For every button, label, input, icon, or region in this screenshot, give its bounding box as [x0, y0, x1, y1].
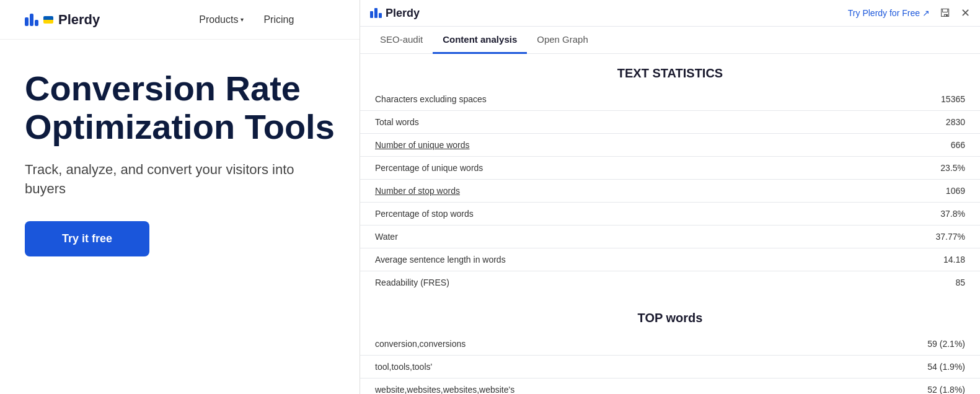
- word-label: website,websites,websites,website's: [360, 379, 794, 395]
- stat-value: 37.8%: [794, 203, 980, 225]
- table-row: Percentage of unique words 23.5%: [360, 157, 980, 180]
- table-row: Water 37.77%: [360, 225, 980, 248]
- ukraine-flag: [43, 16, 53, 24]
- stat-label: Readability (FRES): [360, 271, 794, 294]
- stat-value: 2830: [794, 111, 980, 134]
- logo-text: Plerdy: [58, 12, 100, 28]
- ext-bar-1: [370, 11, 373, 18]
- stat-value: 37.77%: [794, 225, 980, 248]
- logo-bar-3: [35, 20, 38, 26]
- phone-icon-button[interactable]: 🖫: [940, 7, 951, 20]
- extension-panel: Plerdy Try Plerdy for Free ↗ 🖫 ✕ SEO-aud…: [360, 0, 980, 394]
- try-it-free-button[interactable]: Try it free: [25, 221, 149, 256]
- logo-icon: [25, 14, 38, 26]
- ext-logo-text: Plerdy: [386, 7, 420, 20]
- word-value: 52 (1.8%): [794, 379, 980, 395]
- stat-value: 666: [794, 134, 980, 157]
- stat-label: Percentage of stop words: [360, 203, 794, 225]
- extension-tabs: SEO-audit Content analysis Open Graph: [360, 27, 980, 54]
- tab-seo-audit[interactable]: SEO-audit: [370, 27, 433, 54]
- stat-label: Percentage of unique words: [360, 157, 794, 180]
- stat-value: 23.5%: [794, 157, 980, 180]
- word-label: conversion,conversions: [360, 333, 794, 356]
- chevron-down-icon: ▾: [241, 16, 244, 23]
- nav-pricing[interactable]: Pricing: [263, 14, 294, 25]
- hero-subheading: Track, analyze, and convert your visitor…: [25, 160, 335, 199]
- stat-label: Water: [360, 225, 794, 248]
- table-row: conversion,conversions 59 (2.1%): [360, 333, 980, 356]
- ext-bar-2: [374, 8, 377, 18]
- top-words-section: TOP words conversion,conversions 59 (2.1…: [360, 299, 980, 394]
- word-value: 59 (2.1%): [794, 333, 980, 356]
- logo-bar-2: [30, 14, 33, 26]
- text-statistics-title: TEXT STATISTICS: [360, 54, 980, 88]
- stat-value: 85: [794, 271, 980, 294]
- ext-logo-icon: [370, 8, 382, 18]
- try-plerdy-link[interactable]: Try Plerdy for Free ↗: [848, 8, 930, 18]
- stat-value: 1069: [794, 180, 980, 203]
- logo[interactable]: Plerdy: [25, 12, 100, 28]
- close-button[interactable]: ✕: [961, 6, 970, 20]
- table-row: Percentage of stop words 37.8%: [360, 203, 980, 225]
- text-statistics-section: TEXT STATISTICS Characters excluding spa…: [360, 54, 980, 294]
- hero-heading: Conversion Rate Optimization Tools: [25, 69, 335, 146]
- extension-header: Plerdy Try Plerdy for Free ↗ 🖫 ✕: [360, 0, 980, 27]
- table-row: Average sentence length in words 14.18: [360, 248, 980, 271]
- table-row: Readability (FRES) 85: [360, 271, 980, 294]
- stat-label: Number of stop words: [360, 180, 794, 203]
- hero-section: Conversion Rate Optimization Tools Track…: [0, 40, 360, 256]
- table-row: Total words 2830: [360, 111, 980, 134]
- table-row: tool,tools,tools' 54 (1.9%): [360, 356, 980, 379]
- logo-bar-1: [25, 17, 29, 26]
- stat-label: Average sentence length in words: [360, 248, 794, 271]
- table-row: Number of unique words 666: [360, 134, 980, 157]
- top-words-title: TOP words: [360, 299, 980, 333]
- nav-products[interactable]: Products ▾: [199, 14, 244, 25]
- stat-value: 15365: [794, 88, 980, 111]
- ext-bar-3: [379, 13, 382, 18]
- nav-links: Products ▾ Pricing: [199, 14, 294, 25]
- extension-content[interactable]: TEXT STATISTICS Characters excluding spa…: [360, 54, 980, 394]
- ext-header-actions: Try Plerdy for Free ↗ 🖫 ✕: [848, 6, 970, 20]
- extension-logo: Plerdy: [370, 7, 420, 20]
- external-link-icon: ↗: [922, 8, 930, 18]
- table-row: Characters excluding spaces 15365: [360, 88, 980, 111]
- table-row: website,websites,websites,website's 52 (…: [360, 379, 980, 395]
- stat-label: Number of unique words: [360, 134, 794, 157]
- word-label: tool,tools,tools': [360, 356, 794, 379]
- stat-label: Total words: [360, 111, 794, 134]
- phone-icon: 🖫: [940, 7, 951, 19]
- navigation: Plerdy Products ▾ Pricing: [0, 0, 360, 40]
- word-value: 54 (1.9%): [794, 356, 980, 379]
- website-section: Plerdy Products ▾ Pricing Conversion Rat…: [0, 0, 360, 394]
- table-row: Number of stop words 1069: [360, 180, 980, 203]
- top-words-table: conversion,conversions 59 (2.1%) tool,to…: [360, 333, 980, 394]
- tab-open-graph[interactable]: Open Graph: [527, 27, 598, 54]
- stat-value: 14.18: [794, 248, 980, 271]
- tab-content-analysis[interactable]: Content analysis: [433, 27, 527, 54]
- statistics-table: Characters excluding spaces 15365 Total …: [360, 88, 980, 294]
- stat-label: Characters excluding spaces: [360, 88, 794, 111]
